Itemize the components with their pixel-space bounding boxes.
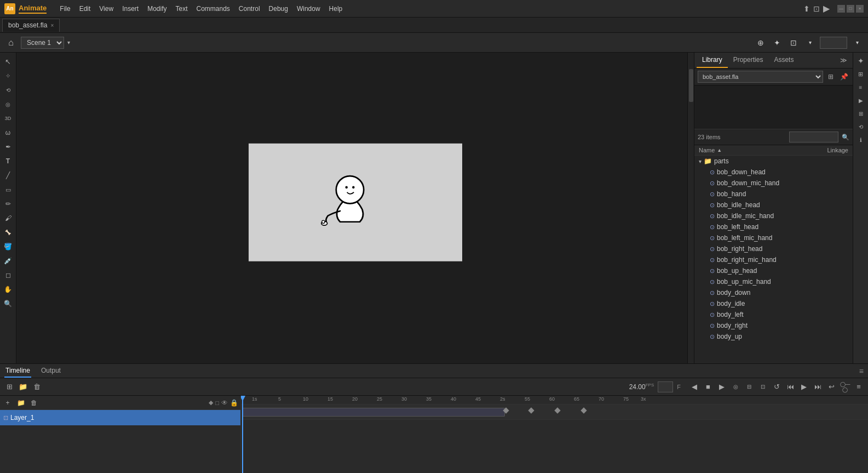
menu-insert[interactable]: Insert <box>118 3 143 15</box>
add-layer-btn[interactable]: + <box>2 397 13 408</box>
lasso-tool[interactable]: ω <box>2 126 15 139</box>
list-item[interactable]: ⊙ body_right <box>694 320 853 331</box>
library-folder-parts[interactable]: ▾ 📁 parts <box>694 156 853 167</box>
list-item[interactable]: ⊙ bob_up_mic_hand <box>694 276 853 287</box>
menu-commands[interactable]: Commands <box>192 3 234 15</box>
library-source-selector[interactable]: bob_asset.fla <box>698 71 823 83</box>
pencil-tool[interactable]: ✏ <box>2 197 15 210</box>
ease-button[interactable]: ◯—◯ <box>839 381 851 393</box>
panel-expand-icon[interactable]: ≫ <box>840 56 847 64</box>
menu-text[interactable]: Text <box>171 3 192 15</box>
zoom-out-button[interactable]: ▾ <box>803 36 817 49</box>
minimize-button[interactable]: — <box>837 5 845 13</box>
brush-tool[interactable]: 🖌 <box>2 212 15 225</box>
hand-tool[interactable]: ✋ <box>2 283 15 296</box>
list-item[interactable]: ⊙ bob_hand <box>694 189 853 200</box>
list-item[interactable]: ⊙ bob_left_head <box>694 221 853 232</box>
menu-window[interactable]: Window <box>292 3 325 15</box>
maximize-button[interactable]: □ <box>847 5 854 13</box>
subselection-tool[interactable]: ⊹ <box>2 69 15 82</box>
snap-button[interactable]: ◎ <box>729 381 741 393</box>
menu-edit[interactable]: Edit <box>75 3 95 15</box>
rect-tool[interactable]: ▭ <box>2 183 15 196</box>
list-item[interactable]: ⊙ bob_right_head <box>694 243 853 254</box>
list-item[interactable]: ⊙ bob_left_mic_hand <box>694 232 853 243</box>
play-button[interactable]: ▶ <box>798 381 810 393</box>
gradient-tool[interactable]: ◎ <box>2 98 15 111</box>
list-item[interactable]: ⊙ body_down <box>694 287 853 298</box>
step-back-button[interactable]: ⏮ <box>784 381 796 393</box>
list-item[interactable]: ⊙ bob_right_mic_hand <box>694 254 853 265</box>
cc-libraries-icon[interactable]: ⊞ <box>855 68 867 80</box>
list-item[interactable]: ⊙ body_idle <box>694 298 853 309</box>
3d-tool[interactable]: 3D <box>2 112 15 125</box>
timeline-menu-icon[interactable]: ≡ <box>859 367 864 375</box>
distribute-button[interactable]: ⊟ <box>743 381 755 393</box>
scene-selector[interactable]: Scene 1 <box>21 37 64 49</box>
zoom-dropdown-button[interactable]: ▾ <box>850 36 864 49</box>
line-tool[interactable]: ╱ <box>2 169 15 182</box>
canvas-vscrollbar[interactable] <box>687 53 694 363</box>
menu-control[interactable]: Control <box>234 3 265 15</box>
eyedropper-tool[interactable]: 💉 <box>2 254 15 267</box>
arrange-button[interactable]: ⊡ <box>813 4 820 13</box>
tab-close-icon[interactable]: × <box>50 22 54 29</box>
fit-stage-button[interactable]: ⊡ <box>787 36 800 49</box>
tab-assets[interactable]: Assets <box>768 53 799 68</box>
tab-output[interactable]: Output <box>40 364 62 378</box>
frame-number-input[interactable]: 1 <box>658 381 673 392</box>
add-folder-button[interactable]: 📁 <box>17 381 29 393</box>
menu-file[interactable]: File <box>55 3 74 15</box>
list-item[interactable]: ⊙ bob_down_head <box>694 167 853 178</box>
selection-tool[interactable]: ↖ <box>2 55 15 68</box>
tab-library[interactable]: Library <box>697 53 728 68</box>
snap-button[interactable]: ✦ <box>771 36 784 49</box>
list-item[interactable]: ⊙ bob_idle_head <box>694 200 853 210</box>
list-item[interactable]: ⊙ bob_up_head <box>694 265 853 276</box>
free-transform-tool[interactable]: ⟲ <box>2 83 15 96</box>
menu-view[interactable]: View <box>95 3 118 15</box>
transform-icon[interactable]: ⟲ <box>855 121 867 133</box>
eraser-tool[interactable]: ◻ <box>2 269 15 282</box>
canvas-area[interactable] <box>16 53 694 363</box>
file-tab[interactable]: bob_asset.fla × <box>2 19 60 32</box>
prev-keyframe-button[interactable]: ◀ <box>688 381 700 393</box>
list-item[interactable]: ⊙ bob_idle_mic_hand <box>694 210 853 221</box>
add-layer-button[interactable]: ⊞ <box>3 381 15 393</box>
next-frame-button[interactable]: ▶ <box>716 381 728 393</box>
library-search-input[interactable] <box>789 132 838 143</box>
menu-modify[interactable]: Modify <box>143 3 171 15</box>
onion-skin-button[interactable]: ↺ <box>771 381 783 393</box>
close-button[interactable]: × <box>856 5 864 13</box>
layer-depth-icon[interactable]: ≡ <box>855 81 867 93</box>
align-icon[interactable]: ⊞ <box>855 107 867 119</box>
list-item[interactable]: ⊙ body_up <box>694 331 853 342</box>
zoom-input[interactable]: 33% <box>820 37 847 49</box>
tools-panel-toggle[interactable]: ✦ <box>855 55 867 67</box>
snap-to-grid-button[interactable]: ⊕ <box>754 36 767 49</box>
library-new-button[interactable]: ⊞ <box>825 71 836 82</box>
share-button[interactable]: ⬆ <box>803 4 810 13</box>
scene-home-button[interactable]: ⌂ <box>4 36 18 49</box>
list-item[interactable]: ⊙ body_left <box>694 309 853 320</box>
preview-button[interactable]: ▶ <box>823 3 830 14</box>
add-folder-btn[interactable]: 📁 <box>15 397 26 408</box>
stop-button[interactable]: ■ <box>702 381 714 393</box>
playhead[interactable] <box>242 396 243 473</box>
motion-presets-icon[interactable]: ▶ <box>855 94 867 106</box>
loop-button[interactable]: ↩ <box>825 381 837 393</box>
menu-debug[interactable]: Debug <box>265 3 292 15</box>
bone-tool[interactable]: 🦴 <box>2 226 15 239</box>
tab-properties[interactable]: Properties <box>728 53 769 68</box>
layer-row[interactable]: ⊡ Layer_1 <box>0 410 240 425</box>
edit-keyframe-button[interactable]: ⊡ <box>757 381 769 393</box>
tab-timeline[interactable]: Timeline <box>4 364 31 378</box>
paint-bucket-tool[interactable]: 🪣 <box>2 240 15 253</box>
delete-btn[interactable]: 🗑 <box>28 397 39 408</box>
menu-help[interactable]: Help <box>325 3 347 15</box>
pen-tool[interactable]: ✒ <box>2 140 15 153</box>
zoom-tool[interactable]: 🔍 <box>2 297 15 310</box>
settings-button[interactable]: ≡ <box>853 381 865 393</box>
delete-layer-button[interactable]: 🗑 <box>31 381 43 393</box>
step-forward-button[interactable]: ⏭ <box>812 381 824 393</box>
